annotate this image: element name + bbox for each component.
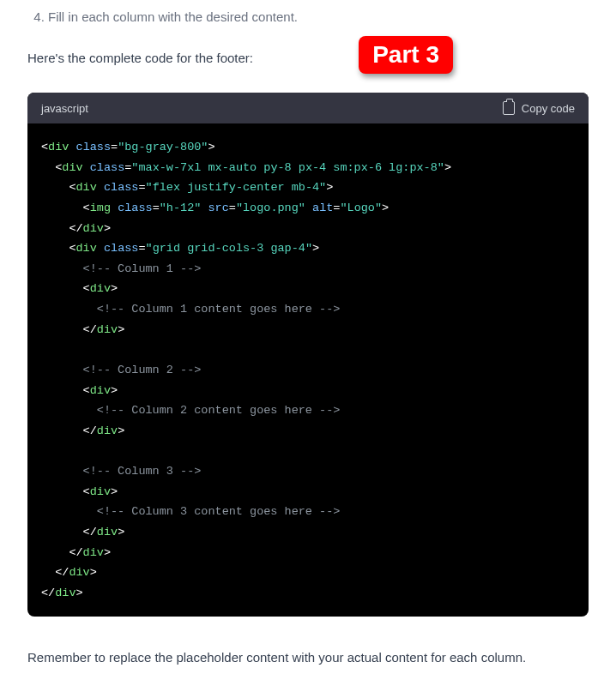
copy-code-label: Copy code [522, 102, 575, 115]
intro-text: Here's the complete code for the footer: [27, 48, 589, 69]
code-lang-label: javascript [41, 102, 88, 115]
step-text: Fill in each column with the desired con… [48, 9, 298, 24]
copy-code-button[interactable]: Copy code [503, 101, 575, 115]
code-block: javascript Copy code <div class="bg-gray… [27, 93, 589, 617]
code-header: javascript Copy code [27, 93, 589, 123]
clipboard-icon [503, 101, 515, 115]
closing-text: Remember to replace the placeholder cont… [27, 647, 589, 668]
step-list: Fill in each column with the desired con… [27, 7, 589, 27]
step-item: Fill in each column with the desired con… [48, 7, 589, 27]
code-body: <div class="bg-gray-800"> <div class="ma… [27, 123, 589, 617]
part-badge: Part 3 [359, 36, 453, 74]
